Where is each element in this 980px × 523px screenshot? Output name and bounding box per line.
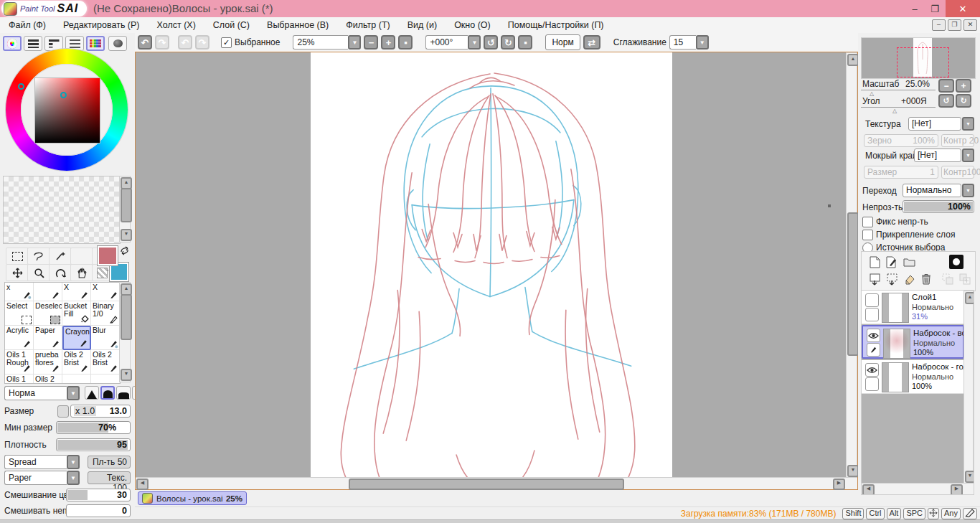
redo-button[interactable]: ↷ [155, 35, 169, 50]
hand-tool-button[interactable] [70, 264, 93, 281]
foreground-color-swatch[interactable] [98, 246, 118, 265]
menu-file[interactable]: Файл (Ф) [0, 20, 55, 30]
transparent-color-toggle[interactable] [97, 268, 108, 278]
empty-tool-slot-1[interactable] [70, 248, 93, 265]
new-folder-button[interactable] [902, 255, 916, 269]
layer-mask-button[interactable] [949, 255, 963, 269]
brush-tip-soft-button[interactable] [85, 386, 99, 400]
transfer-down-button[interactable] [885, 272, 899, 286]
selection-undo-button[interactable]: ↶ [178, 35, 192, 50]
mdi-close-button[interactable]: ✕ [963, 19, 977, 31]
tool-slot[interactable]: x [5, 283, 34, 301]
tool-acrylic[interactable]: Acrylic [5, 326, 34, 350]
tool-slot[interactable] [34, 283, 62, 301]
saturation-value-square[interactable] [34, 77, 100, 143]
brush-mode-arrow-icon[interactable]: ▼ [67, 386, 80, 400]
tool-oils2-clipped[interactable]: Oils 2 [34, 374, 62, 384]
tool-empty[interactable] [91, 374, 120, 384]
tool-deselect[interactable]: Deselect [34, 301, 62, 326]
canvas-vscroll-thumb[interactable] [847, 212, 859, 356]
fix-opacity-checkbox[interactable] [862, 217, 873, 227]
tool-prueba-flores[interactable]: pruebaflores [34, 350, 62, 374]
selection-redo-button[interactable]: ↷ [195, 35, 209, 50]
zoom-tool-button[interactable] [27, 264, 50, 281]
scratchpad-toggle-button[interactable] [108, 36, 127, 51]
flip-horizontal-button[interactable]: ⇄ [583, 35, 600, 50]
nav-zoom-out-button[interactable]: − [938, 79, 954, 93]
nav-angle-slider-marker[interactable]: △ [892, 108, 897, 114]
layer-list-scroll-right-icon[interactable]: ▶ [951, 484, 963, 495]
zoom-value[interactable]: 25% [293, 35, 348, 50]
menu-view[interactable]: Вид (и) [399, 20, 446, 30]
tool-bucket-fill[interactable]: BucketFill [62, 301, 91, 326]
canvas[interactable] [311, 52, 672, 478]
angle-value[interactable]: +000° [425, 35, 468, 50]
menu-layer[interactable]: Слой (С) [204, 20, 258, 30]
layer-opacity-slider[interactable]: 100% [903, 200, 974, 213]
tool-oils2-brist-1[interactable]: Oils 2Brist [62, 350, 91, 374]
smoothing-value[interactable]: 15 [669, 35, 696, 50]
brush-mode-value[interactable]: Норма [4, 386, 67, 400]
paper-value[interactable]: Paper [4, 471, 67, 485]
document-tab[interactable]: Волосы - урок.sai 25% [138, 491, 247, 505]
brush-mode-combo[interactable]: Норма ▼ [4, 386, 80, 400]
canvas-scroll-right-icon[interactable]: ▶ [833, 479, 845, 490]
paper-arrow-icon[interactable]: ▼ [67, 471, 80, 485]
layer-list-hscrollbar[interactable]: ◀ ▶ [862, 483, 974, 494]
min-size-slider[interactable]: 70% [56, 421, 131, 434]
tool-grid-scroll-down-icon[interactable]: ▼ [121, 369, 132, 381]
tool-slot[interactable]: X [62, 283, 91, 301]
paper-texture-button[interactable]: Текс. 100 [88, 471, 131, 484]
clear-layer-button[interactable] [902, 272, 916, 286]
menu-edit[interactable]: Редактировать (Р) [55, 20, 148, 30]
nav-rotate-ccw-button[interactable]: ↺ [938, 94, 954, 108]
scratchpad-scroll-thumb[interactable] [121, 188, 132, 222]
tool-select[interactable]: Select [5, 301, 34, 326]
tool-blur[interactable]: Blur [91, 326, 120, 350]
merge-down-button[interactable] [867, 272, 882, 286]
smoothing-combo-arrow-icon[interactable]: ▼ [696, 35, 709, 50]
selection-visible-checkbox[interactable]: ✓ [221, 37, 232, 48]
layer-list-scroll-up-icon[interactable]: ▲ [965, 292, 974, 304]
layer2-paint-checkbox[interactable] [867, 343, 880, 357]
any-key-indicator[interactable]: Any [941, 508, 961, 519]
layer-row-sloy1[interactable]: Слой1 Нормально 31% [862, 291, 964, 324]
layer2-visibility-checkbox[interactable] [867, 329, 880, 342]
tool-grid-scrollbar[interactable]: ▲ ▼ [119, 282, 131, 382]
spread-density-button[interactable]: Пл-ть 50 [88, 456, 131, 468]
rotate-cw-button[interactable]: ↻ [501, 35, 515, 50]
layer-row-head-sketch[interactable]: Набросок - голова Нормально 100% [862, 360, 964, 394]
tool-oils1-rough[interactable]: Oils 1Rough [5, 350, 34, 374]
blend-color-slider[interactable]: 30 [66, 489, 131, 501]
canvas-scroll-down-icon[interactable]: ▼ [847, 465, 859, 477]
menu-help[interactable]: Помощь/Настройки (П) [499, 20, 613, 30]
zoom-reset-button[interactable]: ▪ [398, 35, 413, 50]
nav-angle-slider[interactable] [861, 107, 936, 108]
zoom-out-button[interactable]: − [364, 35, 378, 50]
nav-zoom-in-button[interactable]: + [956, 79, 971, 93]
lasso-tool-button[interactable] [27, 248, 50, 265]
layer-list-scroll-left-icon[interactable]: ◀ [862, 484, 875, 495]
blend-opacity-slider[interactable]: 0 [66, 504, 131, 517]
layer-row-hair-sketch-selected[interactable]: Набросок - волосы Нормально 100% [862, 325, 964, 359]
space-key-indicator[interactable]: SPC [903, 508, 925, 519]
menu-canvas[interactable]: Холст (Х) [149, 20, 204, 30]
canvas-vertical-scrollbar[interactable]: ▲ ▼ [846, 52, 857, 479]
scratchpad-scrollbar[interactable]: ▲ ▼ [119, 176, 131, 242]
layer3-extra-checkbox[interactable] [865, 377, 879, 391]
marquee-tool-button[interactable] [6, 248, 29, 265]
layer1-visibility-checkbox[interactable] [865, 293, 879, 307]
rotate-ccw-button[interactable]: ↺ [484, 35, 498, 50]
mdi-minimize-button[interactable]: – [932, 19, 946, 31]
layer3-visibility-checkbox[interactable] [865, 363, 879, 377]
layer-list-scroll-down-icon[interactable]: ▼ [965, 471, 974, 483]
canvas-scroll-left-icon[interactable]: ◀ [136, 479, 149, 490]
texture-combo-arrow-icon[interactable]: ▼ [962, 117, 974, 131]
pan-mode-button[interactable] [928, 508, 939, 519]
ctrl-key-indicator[interactable]: Ctrl [866, 508, 884, 519]
clipping-checkbox[interactable] [862, 230, 873, 240]
tool-oils2-brist-2[interactable]: Oils 2Brist [91, 350, 120, 374]
tool-grid-scroll-thumb[interactable] [121, 294, 132, 340]
canvas-hscroll-thumb[interactable] [349, 479, 624, 490]
hue-marker[interactable] [18, 83, 24, 90]
